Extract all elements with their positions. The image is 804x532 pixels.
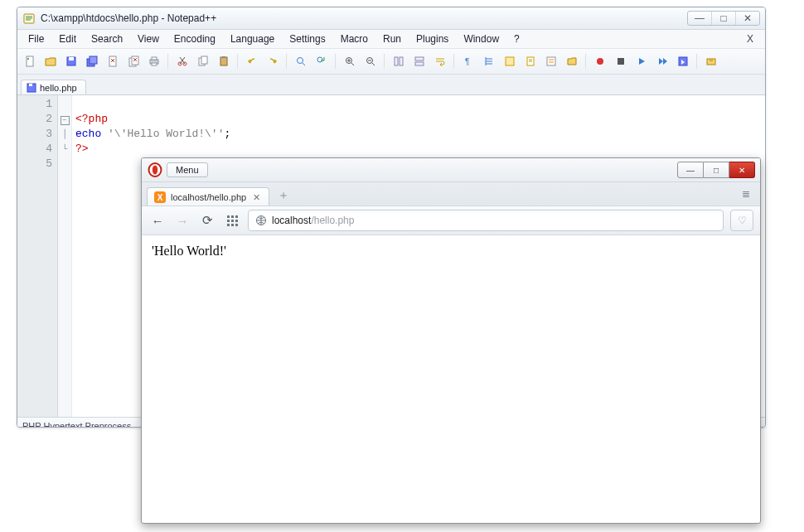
tb-print-icon[interactable] [145, 52, 163, 70]
tb-save-icon[interactable] [62, 52, 80, 70]
svg-rect-17 [220, 57, 227, 65]
browser-close-button[interactable]: ✕ [729, 162, 755, 178]
tb-record-icon[interactable] [591, 52, 609, 70]
tb-redo-icon[interactable] [264, 52, 282, 70]
menu-window[interactable]: Window [458, 31, 505, 46]
menu-side-close[interactable]: X [741, 31, 760, 46]
nav-speeddial-button[interactable] [223, 211, 241, 230]
svg-rect-7 [109, 56, 116, 66]
maximize-icon: □ [714, 166, 719, 175]
tb-play-icon[interactable] [632, 52, 651, 70]
status-language: PHP Hypertext Preprocess [22, 421, 131, 428]
tb-sep-6 [453, 54, 455, 69]
tb-stop-icon[interactable] [612, 52, 630, 70]
tb-sep-4 [335, 54, 337, 69]
browser-window: Menu — □ ✕ X localhost/hello.php ✕ ＋ ≣ ←… [141, 157, 761, 524]
menu-plugins[interactable]: Plugins [410, 31, 454, 46]
svg-rect-32 [618, 58, 624, 65]
tb-save-all-icon[interactable] [83, 52, 101, 70]
svg-rect-23 [395, 57, 398, 65]
tb-func-list-icon[interactable] [542, 52, 560, 70]
menu-file[interactable]: File [22, 31, 50, 46]
gutter-line: 1 [17, 97, 52, 112]
nav-reload-button[interactable]: ⟳ [198, 211, 216, 230]
tb-folder-icon[interactable] [563, 52, 581, 70]
tb-wrap-icon[interactable] [431, 52, 449, 70]
svg-rect-30 [547, 57, 555, 65]
php-close-tag: ?> [75, 143, 89, 155]
menu-view[interactable]: View [132, 31, 165, 46]
menu-edit[interactable]: Edit [53, 31, 82, 46]
tb-paste-icon[interactable] [215, 52, 233, 70]
tb-play-multi-icon[interactable] [653, 52, 671, 70]
npp-toolbar: ¶ [17, 49, 765, 75]
tb-copy-icon[interactable] [194, 52, 212, 70]
tb-cut-icon[interactable] [173, 52, 191, 70]
bookmark-button[interactable]: ♡ [730, 210, 753, 231]
svg-rect-25 [415, 57, 424, 60]
nav-back-button[interactable]: ← [148, 211, 167, 230]
address-bar[interactable]: localhost/hello.php [248, 210, 724, 231]
tb-replace-icon[interactable] [312, 52, 331, 70]
tb-find-icon[interactable] [292, 52, 310, 70]
tb-new-icon[interactable] [21, 52, 39, 70]
svg-point-31 [597, 58, 603, 65]
gutter-line: 3 [17, 127, 52, 142]
menu-settings[interactable]: Settings [283, 31, 331, 46]
npp-close-button[interactable]: ✕ [735, 12, 759, 25]
nav-forward-button[interactable]: → [173, 211, 191, 230]
tb-zoom-out-icon[interactable] [361, 52, 380, 70]
tb-sync-v-icon[interactable] [390, 52, 408, 70]
line-gutter: 1 2 3 4 5 [17, 95, 58, 417]
menu-encoding[interactable]: Encoding [168, 31, 221, 46]
browser-window-controls: — □ ✕ [677, 162, 755, 178]
menu-macro[interactable]: Macro [335, 31, 374, 46]
tb-close-all-icon[interactable] [124, 52, 143, 70]
tb-sep-1 [167, 54, 169, 69]
menu-help[interactable]: ? [508, 31, 526, 46]
svg-rect-44 [235, 220, 238, 222]
url-path: /hello.php [311, 215, 354, 226]
tb-sync-h-icon[interactable] [410, 52, 429, 70]
panels-icon[interactable]: ≣ [737, 185, 755, 203]
tb-sep-5 [384, 54, 385, 69]
menu-run[interactable]: Run [377, 31, 407, 46]
tb-userlang-icon[interactable] [501, 52, 519, 70]
tb-close-icon[interactable] [104, 52, 122, 70]
tb-undo-icon[interactable] [243, 52, 261, 70]
tb-plugin-icon[interactable] [702, 52, 720, 70]
code-line-4: ?> [75, 143, 89, 155]
npp-titlebar[interactable]: C:\xampp\htdocs\hello.php - Notepad++ — … [17, 7, 765, 30]
browser-minimize-button[interactable]: — [677, 162, 704, 178]
tb-save-macro-icon[interactable] [674, 52, 692, 70]
svg-rect-28 [506, 57, 514, 65]
svg-rect-12 [152, 63, 157, 65]
tb-open-icon[interactable] [41, 52, 60, 70]
xampp-icon: X [154, 191, 166, 203]
npp-title-text: C:\xampp\htdocs\hello.php - Notepad++ [41, 12, 687, 24]
tb-indent-guide-icon[interactable] [480, 52, 498, 70]
tb-sep-3 [286, 54, 288, 69]
npp-menubar: File Edit Search View Encoding Language … [17, 30, 765, 49]
menu-language[interactable]: Language [225, 31, 280, 46]
npp-minimize-button[interactable]: — [688, 12, 711, 25]
browser-menu-button[interactable]: Menu [167, 162, 208, 177]
tab-close-icon[interactable]: ✕ [251, 192, 262, 203]
minimize-icon: — [686, 166, 695, 175]
menu-search[interactable]: Search [85, 31, 128, 46]
browser-tab[interactable]: X localhost/hello.php ✕ [147, 187, 269, 206]
tb-zoom-in-icon[interactable] [341, 52, 359, 70]
space [101, 128, 108, 140]
svg-rect-39 [227, 215, 230, 218]
file-icon [27, 83, 36, 93]
svg-rect-41 [235, 215, 238, 218]
browser-titlebar[interactable]: Menu — □ ✕ [142, 158, 760, 182]
browser-maximize-button[interactable]: □ [704, 162, 729, 178]
svg-point-20 [317, 57, 322, 62]
npp-tab-hello[interactable]: hello.php [21, 80, 86, 94]
fold-toggle-icon[interactable]: − [61, 116, 70, 125]
npp-maximize-button[interactable]: □ [711, 12, 735, 25]
tb-show-all-icon[interactable]: ¶ [459, 52, 477, 70]
new-tab-button[interactable]: ＋ [274, 187, 293, 204]
tb-doc-map-icon[interactable] [521, 52, 540, 70]
